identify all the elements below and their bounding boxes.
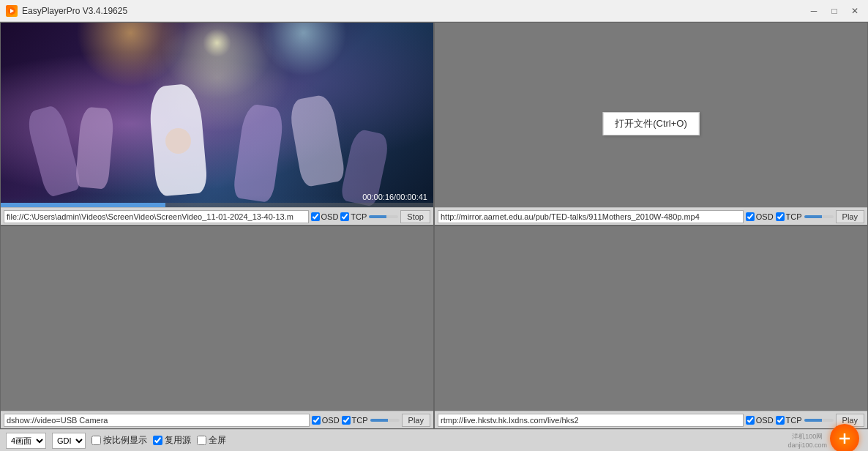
osd-checkbox-3[interactable] — [312, 416, 321, 425]
open-file-button[interactable]: 打开文件(Ctrl+O) — [602, 112, 700, 135]
video-frame-1: 00:00:16/00:00:41 — [1, 23, 433, 225]
video-panel-1: 00:00:16/00:00:41 OSD TCP St — [0, 22, 434, 225]
control-bar-4: OSD TCP Play — [435, 411, 867, 428]
maximize-button[interactable]: □ — [827, 4, 842, 18]
osd-label-3: OSD — [312, 416, 340, 425]
reuse-checkbox[interactable] — [153, 436, 162, 445]
minimize-button[interactable]: ─ — [807, 4, 821, 18]
watermark-circle — [830, 424, 859, 452]
watermark: 洋机100网 danji100.com — [787, 432, 827, 449]
osd-label-1: OSD — [311, 212, 339, 221]
close-button[interactable]: ✕ — [848, 4, 862, 18]
tcp-checkbox-2[interactable] — [776, 212, 785, 221]
url-input-4[interactable] — [438, 414, 744, 427]
app-title: EasyPlayerPro V3.4.19625 — [22, 6, 807, 16]
tcp-label-1: TCP — [340, 212, 367, 221]
plus-icon — [837, 431, 852, 446]
video-display-4 — [435, 226, 867, 428]
tcp-checkbox-3[interactable] — [342, 416, 351, 425]
tcp-checkbox-1[interactable] — [340, 212, 349, 221]
osd-checkbox-1[interactable] — [311, 212, 320, 221]
tcp-label-3: TCP — [342, 416, 368, 425]
play-button-3[interactable]: Play — [402, 414, 430, 427]
video-display-3 — [1, 226, 433, 428]
fullscreen-checkbox[interactable] — [197, 436, 206, 445]
reuse-label: 复用源 — [153, 434, 191, 447]
control-bar-3: OSD TCP Play — [1, 411, 433, 428]
aspect-ratio-checkbox[interactable] — [91, 436, 101, 445]
osd-checkbox-2[interactable] — [746, 212, 755, 221]
play-button-2[interactable]: Play — [836, 210, 864, 223]
osd-label-4: OSD — [746, 416, 774, 425]
screen-count-select[interactable]: 4画面 — [6, 433, 46, 449]
stop-button-1[interactable]: Stop — [400, 210, 430, 223]
fullscreen-label: 全屏 — [197, 434, 226, 447]
bottom-toolbar: 4画面 GDI 按比例显示 复用源 全屏 洋机100网 danji100.com — [0, 429, 868, 451]
video-panel-4: OSD TCP Play — [434, 225, 868, 429]
video-panel-2: 打开文件(Ctrl+O) OSD TCP Play — [434, 22, 868, 225]
tcp-label-2: TCP — [776, 212, 802, 221]
watermark-site: danji100.com — [787, 441, 827, 449]
watermark-brand: 洋机100网 — [792, 432, 823, 441]
watermark-circle-container — [830, 424, 862, 452]
osd-checkbox-4[interactable] — [746, 416, 755, 425]
control-bar-2: OSD TCP Play — [435, 207, 867, 225]
video-display-2: 打开文件(Ctrl+O) — [435, 23, 867, 225]
volume-slider-2[interactable] — [804, 215, 834, 218]
volume-slider-1[interactable] — [369, 215, 398, 218]
url-input-3[interactable] — [4, 414, 310, 427]
video-time-1: 00:00:16/00:00:41 — [362, 193, 427, 201]
titlebar: EasyPlayerPro V3.4.19625 ─ □ ✕ — [0, 0, 868, 22]
osd-label-2: OSD — [746, 212, 774, 221]
app-logo — [6, 5, 18, 17]
video-grid: 00:00:16/00:00:41 OSD TCP St — [0, 22, 868, 429]
url-input-2[interactable] — [438, 210, 744, 223]
tcp-label-4: TCP — [776, 416, 802, 425]
volume-slider-4[interactable] — [804, 419, 834, 422]
window-controls: ─ □ ✕ — [807, 4, 862, 18]
main-content: 00:00:16/00:00:41 OSD TCP St — [0, 22, 868, 451]
control-bar-1: OSD TCP Stop — [1, 207, 433, 225]
aspect-ratio-label: 按比例显示 — [91, 434, 147, 447]
tcp-checkbox-4[interactable] — [776, 416, 785, 425]
video-display-1: 00:00:16/00:00:41 — [1, 23, 433, 225]
video-panel-3: OSD TCP Play — [0, 225, 434, 429]
render-mode-select[interactable]: GDI — [52, 433, 86, 449]
url-input-1[interactable] — [4, 210, 309, 223]
volume-slider-3[interactable] — [370, 419, 400, 422]
